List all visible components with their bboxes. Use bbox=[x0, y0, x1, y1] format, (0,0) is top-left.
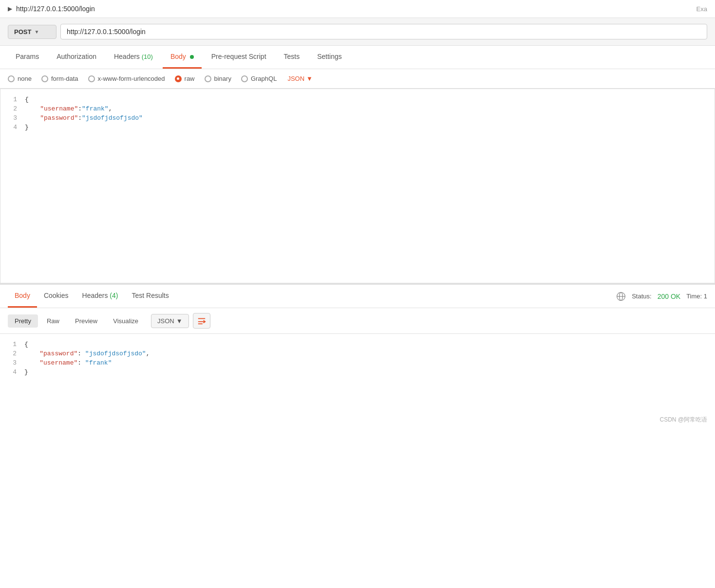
format-tab-raw[interactable]: Raw bbox=[40, 314, 66, 328]
response-headers-badge: (4) bbox=[110, 292, 118, 299]
radio-graphql-circle bbox=[241, 75, 248, 82]
response-code-line-4: 4 } bbox=[0, 368, 715, 377]
chevron-down-icon: ▼ bbox=[34, 29, 39, 35]
request-tabs: Params Authorization Headers (10) Body P… bbox=[0, 46, 715, 69]
arrow-icon: ▶ bbox=[8, 5, 12, 12]
code-line-3: 3 "password":"jsdofjdsofjsdo" bbox=[0, 113, 715, 123]
radio-binary-circle bbox=[205, 75, 211, 82]
radio-none[interactable]: none bbox=[8, 75, 32, 82]
tab-params[interactable]: Params bbox=[8, 46, 47, 69]
radio-x-www-form-urlencoded[interactable]: x-www-form-urlencoded bbox=[88, 75, 165, 82]
format-tab-pretty[interactable]: Pretty bbox=[8, 314, 38, 328]
response-code-line-3: 3 "username": "frank" bbox=[0, 358, 715, 368]
response-tab-body[interactable]: Body bbox=[8, 285, 37, 308]
json-format-select[interactable]: JSON ▼ bbox=[151, 314, 189, 328]
exa-label: Exa bbox=[696, 5, 707, 13]
tab-settings[interactable]: Settings bbox=[309, 46, 350, 69]
tab-headers[interactable]: Headers (10) bbox=[106, 46, 161, 69]
response-tab-headers[interactable]: Headers (4) bbox=[75, 285, 125, 308]
radio-none-circle bbox=[8, 75, 15, 82]
request-row: POST ▼ bbox=[0, 18, 715, 46]
url-bar-text: http://127.0.0.1:5000/login bbox=[16, 5, 95, 13]
tab-tests[interactable]: Tests bbox=[276, 46, 308, 69]
body-type-row: none form-data x-www-form-urlencoded raw… bbox=[0, 69, 715, 89]
body-dot bbox=[190, 55, 194, 59]
chevron-down-icon: ▼ bbox=[176, 317, 183, 325]
response-code-line-2: 2 "password": "jsdofjdsofjsdo", bbox=[0, 349, 715, 358]
headers-badge: (10) bbox=[142, 53, 153, 60]
radio-raw[interactable]: raw bbox=[175, 75, 195, 82]
status-label: Status: bbox=[632, 293, 651, 300]
format-tab-visualize[interactable]: Visualize bbox=[106, 314, 145, 328]
radio-x-www-form-urlencoded-circle bbox=[88, 75, 95, 82]
globe-icon bbox=[616, 292, 626, 301]
tab-body[interactable]: Body bbox=[163, 46, 202, 69]
status-value: 200 OK bbox=[658, 293, 680, 300]
method-label: POST bbox=[14, 28, 31, 36]
method-select[interactable]: POST ▼ bbox=[8, 25, 56, 39]
response-body-editor: 1 { 2 "password": "jsdofjdsofjsdo", 3 "u… bbox=[0, 334, 715, 412]
radio-binary[interactable]: binary bbox=[205, 75, 231, 82]
chevron-down-icon: ▼ bbox=[306, 75, 313, 82]
response-section: Body Cookies Headers (4) Test Results St… bbox=[0, 283, 715, 412]
request-body-editor[interactable]: 1 { 2 "username":"frank", 3 "password":"… bbox=[0, 89, 715, 283]
watermark: CSDN @阿常吃语 bbox=[0, 412, 715, 428]
format-tab-preview[interactable]: Preview bbox=[68, 314, 104, 328]
url-bar: ▶ http://127.0.0.1:5000/login Exa bbox=[0, 0, 715, 18]
json-type-button[interactable]: JSON ▼ bbox=[287, 75, 313, 82]
code-line-4: 4 } bbox=[0, 123, 715, 132]
wrap-lines-icon bbox=[197, 316, 206, 325]
radio-raw-circle bbox=[175, 75, 182, 82]
response-tab-cookies[interactable]: Cookies bbox=[37, 285, 75, 308]
tab-pre-request-script[interactable]: Pre-request Script bbox=[204, 46, 274, 69]
code-line-2: 2 "username":"frank", bbox=[0, 104, 715, 113]
response-meta: Status: 200 OK Time: 1 bbox=[616, 292, 707, 301]
tab-authorization[interactable]: Authorization bbox=[49, 46, 104, 69]
response-tab-test-results[interactable]: Test Results bbox=[125, 285, 175, 308]
response-tabs-row: Body Cookies Headers (4) Test Results St… bbox=[0, 285, 715, 308]
radio-form-data[interactable]: form-data bbox=[41, 75, 78, 82]
radio-graphql[interactable]: GraphQL bbox=[241, 75, 277, 82]
response-format-row: Pretty Raw Preview Visualize JSON ▼ bbox=[0, 308, 715, 334]
url-input[interactable] bbox=[60, 24, 707, 39]
response-code-line-1: 1 { bbox=[0, 340, 715, 349]
radio-form-data-circle bbox=[41, 75, 48, 82]
wrap-button[interactable] bbox=[193, 313, 210, 329]
time-label: Time: 1 bbox=[686, 293, 707, 300]
code-line-1: 1 { bbox=[0, 95, 715, 104]
